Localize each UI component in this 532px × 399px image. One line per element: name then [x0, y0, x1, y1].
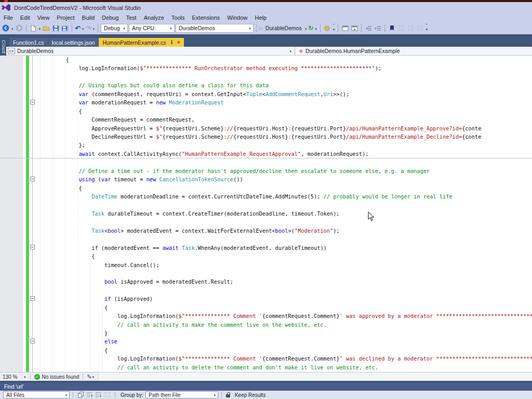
scope-dropdown[interactable]: All Files — [3, 391, 70, 398]
increase-indent-icon[interactable] — [374, 23, 382, 33]
start-button[interactable]: DurableDemos — [265, 25, 302, 31]
save-all-icon[interactable] — [61, 23, 69, 33]
startup-project-dropdown[interactable]: DurableDemos — [176, 24, 254, 33]
window-title: DontCodeTiredDemosV2 - Microsoft Visual … — [14, 5, 141, 11]
tab-local-settings-json[interactable]: local.settings.json — [48, 38, 99, 47]
code-editor[interactable]: { log.LogInformation($"************** Ru… — [0, 56, 532, 372]
code-line: if (isApproved) — [0, 295, 532, 303]
mouse-cursor — [368, 211, 375, 224]
pin-icon[interactable] — [169, 40, 174, 45]
code-line: log.LogInformation($"************** Comm… — [0, 312, 532, 320]
code-line: // Using tuples but could also define a … — [0, 81, 532, 89]
code-line — [0, 158, 532, 166]
group-by-label: Group by: — [121, 392, 143, 398]
group-by-dropdown[interactable]: Path then File — [145, 391, 218, 398]
navigate-forward-icon[interactable] — [15, 23, 23, 33]
clear-bookmarks-icon[interactable] — [416, 23, 424, 33]
menu-analyze[interactable]: Analyze — [140, 15, 168, 21]
menu-edit[interactable]: Edit — [17, 15, 34, 21]
code-line: using (var timeout = new CancellationTok… — [0, 175, 532, 183]
undo-dropdown-icon[interactable] — [82, 25, 84, 32]
save-icon[interactable] — [51, 23, 60, 33]
code-line: { — [0, 303, 532, 312]
document-tabs: Function1.cslocal.settings.jsonHumanPatt… — [9, 38, 184, 47]
code-line: { — [0, 107, 532, 115]
open-file-icon[interactable] — [42, 23, 50, 33]
project-dropdown[interactable]: C# DurableDemos — [6, 48, 295, 54]
menu-test[interactable]: Test — [123, 15, 140, 21]
edit-mode-icon[interactable]: ✎ — [87, 373, 91, 381]
menu-tools[interactable]: Tools — [168, 15, 189, 21]
undo-icon[interactable]: ↶ — [75, 24, 81, 32]
live-share-icon[interactable] — [323, 23, 331, 33]
menu-extensions[interactable]: Extensions — [189, 15, 224, 21]
code-line: timeout.Cancel(); — [0, 261, 532, 269]
expand-all-icon[interactable] — [85, 391, 94, 398]
code-line: DeclineRequestUrl = $"{requestUri.Scheme… — [0, 132, 532, 141]
code-line: } — [0, 329, 532, 337]
horizontal-scrollbar[interactable] — [98, 373, 532, 381]
code-line — [0, 73, 532, 81]
copy-icon[interactable] — [76, 391, 85, 398]
refresh-icon[interactable]: ↻ — [308, 24, 313, 32]
share-dropdown-icon[interactable] — [333, 24, 335, 32]
bookmark-icon[interactable] — [388, 23, 396, 33]
toolbar-overflow-icon[interactable] — [425, 24, 428, 32]
menu-bar: FileEditViewProjectBuildDebugTestAnalyze… — [0, 13, 270, 22]
start-dropdown-icon[interactable] — [305, 25, 307, 32]
next-bookmark-icon[interactable] — [406, 23, 415, 33]
collapse-all-icon[interactable] — [94, 391, 103, 398]
window-layout-alt-icon[interactable] — [350, 23, 358, 33]
menu-window[interactable]: Window — [223, 15, 251, 21]
tab-label: local.settings.json — [52, 39, 95, 46]
find-results-toolbar: All Files Group by: Path then File Keep … — [0, 391, 532, 399]
code-line: log.LogInformation($"************** Comm… — [0, 354, 532, 363]
type-dropdown[interactable]: DurableDemos.HumanPatternExample — [305, 48, 400, 54]
zoom-level-value: 130 % — [3, 374, 23, 380]
code-line: if (moderatedEvent == await Task.WhenAny… — [0, 244, 532, 252]
decrease-indent-icon[interactable] — [364, 23, 373, 33]
redo-dropdown-icon[interactable] — [92, 25, 95, 32]
find-results-titlebar[interactable]: Find 'url' — [0, 383, 532, 391]
health-indicator[interactable]: No issues found — [34, 374, 79, 380]
tab-Function1-cs[interactable]: Function1.cs — [9, 38, 48, 47]
code-line: Task durableTimeout = context.CreateTime… — [0, 209, 532, 218]
code-content: { log.LogInformation($"************** Ru… — [0, 56, 532, 371]
start-debug-icon[interactable]: ▷ — [259, 25, 263, 31]
previous-bookmark-icon[interactable] — [397, 23, 405, 33]
code-line: // call an activity to delete the commen… — [0, 363, 532, 371]
tab-HumanPatternExample-cs[interactable]: HumanPatternExample.cs✕ — [99, 38, 184, 47]
health-text: No issues found — [42, 374, 79, 380]
refresh-dropdown-icon[interactable] — [315, 25, 317, 32]
find-results-title: Find 'url' — [4, 384, 23, 390]
lock-icon — [226, 392, 231, 398]
solution-platform-dropdown[interactable]: Any CPU — [129, 24, 175, 33]
redo-icon[interactable]: ↷ — [85, 24, 91, 32]
navigate-back-dropdown-icon[interactable] — [11, 25, 14, 32]
navigate-back-icon[interactable] — [2, 23, 10, 33]
configuration-value: Debug — [104, 25, 120, 31]
close-icon[interactable]: ✕ — [177, 40, 180, 45]
zoom-level-dropdown[interactable]: 130 % — [3, 374, 26, 380]
menu-help[interactable]: Help — [251, 15, 270, 21]
new-file-icon[interactable] — [29, 23, 37, 33]
code-line: Task<bool> moderatedEvent = context.Wait… — [0, 227, 532, 235]
code-line: bool isApproved = moderatedEvent.Result; — [0, 277, 532, 286]
edit-mode-dropdown-icon[interactable] — [92, 374, 94, 380]
menu-debug[interactable]: Debug — [98, 15, 122, 21]
keep-results-toggle[interactable]: Keep Results — [235, 392, 265, 398]
visual-studio-logo-icon — [2, 4, 10, 14]
menu-file[interactable]: File — [0, 15, 17, 21]
code-line: else — [0, 337, 532, 345]
menu-build[interactable]: Build — [78, 15, 98, 21]
clear-results-icon[interactable] — [103, 391, 112, 398]
window-layout-icon[interactable] — [341, 23, 349, 33]
code-line: log.LogInformation($"************** RunO… — [0, 64, 532, 72]
editor-status-row: 130 % No issues found ✎ — [0, 372, 532, 381]
code-line — [0, 218, 532, 226]
menu-project[interactable]: Project — [53, 15, 78, 21]
new-file-dropdown-icon[interactable] — [39, 25, 41, 32]
menu-view[interactable]: View — [34, 15, 54, 21]
solution-configuration-dropdown[interactable]: Debug — [101, 24, 128, 33]
tab-label: Function1.cs — [13, 39, 44, 46]
